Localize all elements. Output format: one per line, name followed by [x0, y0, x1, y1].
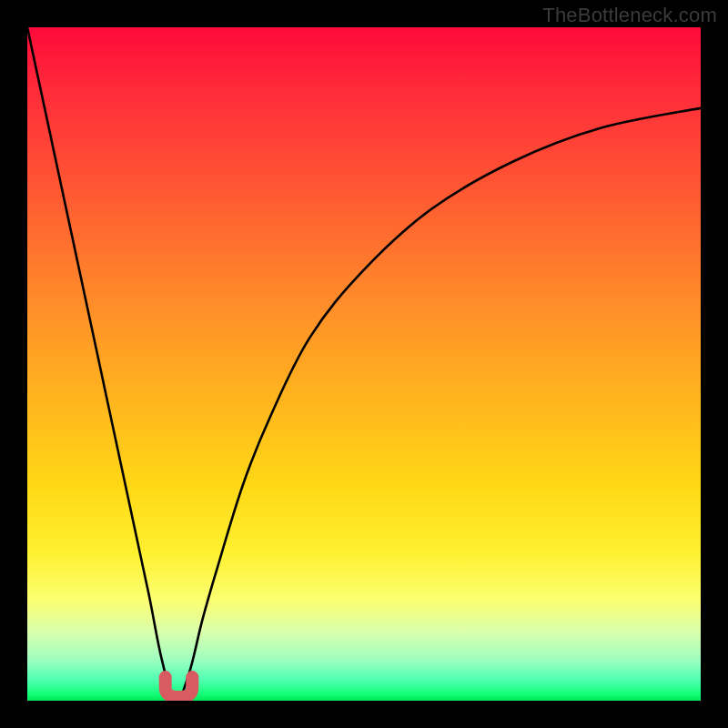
- optimal-marker: [166, 677, 193, 697]
- chart-frame: TheBottleneck.com: [0, 0, 728, 728]
- bottleneck-curve-svg: [27, 27, 701, 701]
- bottleneck-curve-line: [27, 27, 701, 701]
- plot-area: [27, 27, 701, 701]
- watermark-text: TheBottleneck.com: [542, 4, 717, 27]
